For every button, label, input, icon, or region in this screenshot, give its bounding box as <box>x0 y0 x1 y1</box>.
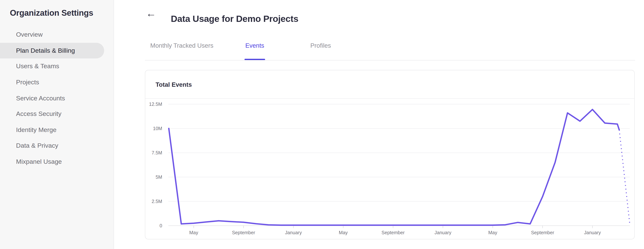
x-axis-label-january-2: January <box>285 230 302 235</box>
sidebar-item-service-accounts[interactable]: Service Accounts <box>0 90 104 106</box>
sidebar-item-projects[interactable]: Projects <box>0 74 104 90</box>
sidebar-nav: OverviewPlan Details & BillingUsers & Te… <box>0 27 114 170</box>
y-axis-label-12.5M: 12.5M <box>149 101 162 107</box>
sidebar-item-plan-details-billing[interactable]: Plan Details & Billing <box>0 43 104 58</box>
x-axis-label-january-5: January <box>434 230 451 235</box>
y-axis-label-10M: 10M <box>153 126 162 131</box>
sidebar: Organization Settings OverviewPlan Detai… <box>0 0 114 249</box>
tab-profiles[interactable]: Profiles <box>310 42 331 49</box>
sidebar-item-data-privacy[interactable]: Data & Privacy <box>0 138 104 154</box>
sidebar-item-identity-merge[interactable]: Identity Merge <box>0 122 104 138</box>
tab-events[interactable]: Events <box>245 42 264 49</box>
back-arrow-icon: ← <box>146 8 156 18</box>
sidebar-item-overview[interactable]: Overview <box>0 27 104 43</box>
x-axis-label-january-8: January <box>584 230 601 235</box>
y-axis-label-5M: 5M <box>156 174 162 180</box>
x-axis-label-may-0: May <box>189 230 198 235</box>
page-title: Data Usage for Demo Projects <box>171 13 298 24</box>
sidebar-title: Organization Settings <box>0 0 114 18</box>
total-events-line <box>169 110 619 225</box>
sidebar-item-mixpanel-usage[interactable]: Mixpanel Usage <box>0 154 104 170</box>
x-axis-label-may-6: May <box>488 230 497 235</box>
total-events-card: Total Events 02.5M5M7.5M10M12.5MMaySepte… <box>145 70 635 239</box>
y-axis-label-0: 0 <box>160 223 162 228</box>
main-content: ← Data Usage for Demo Projects Monthly T… <box>114 0 644 249</box>
back-button[interactable]: ← <box>144 6 158 20</box>
total-events-line-chart[interactable]: 02.5M5M7.5M10M12.5MMaySeptemberJanuaryMa… <box>146 70 634 239</box>
y-axis-label-7.5M: 7.5M <box>152 150 162 155</box>
x-axis-label-september-1: September <box>232 230 255 235</box>
sidebar-item-access-security[interactable]: Access Security <box>0 106 104 122</box>
y-axis-label-2.5M: 2.5M <box>152 199 162 204</box>
app-window: Organization Settings OverviewPlan Detai… <box>0 0 644 249</box>
x-axis-label-september-7: September <box>531 230 554 235</box>
sidebar-item-users-teams[interactable]: Users & Teams <box>0 58 104 74</box>
page: Organization Settings OverviewPlan Detai… <box>0 0 644 249</box>
x-axis-label-september-4: September <box>382 230 405 235</box>
tab-bar-divider <box>145 60 635 60</box>
tab-monthly-tracked-users[interactable]: Monthly Tracked Users <box>150 42 213 49</box>
x-axis-label-may-3: May <box>339 230 348 235</box>
